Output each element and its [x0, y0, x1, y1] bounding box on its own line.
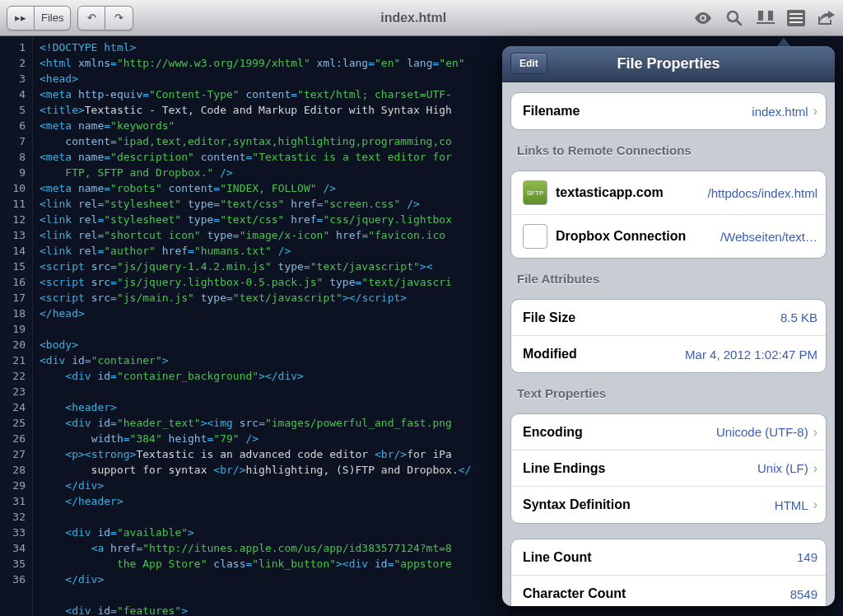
- char-count-row: Character Count 8549: [511, 576, 826, 606]
- svg-rect-4: [768, 11, 773, 21]
- svg-rect-8: [789, 21, 803, 23]
- preview-icon[interactable]: [693, 8, 713, 28]
- redo-icon[interactable]: ↷: [105, 6, 133, 30]
- chevron-right-icon: ›: [813, 104, 817, 119]
- chevron-right-icon: ›: [813, 497, 817, 512]
- files-button[interactable]: Files: [35, 6, 71, 30]
- remote-link-label: Dropbox Connection: [556, 229, 686, 244]
- properties-icon[interactable]: [787, 10, 805, 26]
- line-count-row: Line Count 149: [511, 539, 826, 576]
- remote-link-value: /httpdocs/index.html: [708, 186, 817, 200]
- attrs-section-header: File Attributes: [502, 259, 835, 291]
- remote-link-dropbox[interactable]: ◆ Dropbox Connection /Webseiten/text…: [511, 215, 826, 258]
- chevron-right-icon: ›: [813, 461, 817, 476]
- line-endings-row[interactable]: Line Endings Unix (LF) ›: [511, 450, 826, 487]
- encoding-row[interactable]: Encoding Unicode (UTF-8) ›: [511, 414, 826, 450]
- undo-redo-segment: ↶ ↷: [77, 6, 133, 30]
- panel-title: File Properties: [617, 55, 720, 72]
- svg-rect-7: [789, 17, 803, 19]
- remote-link-label: textasticapp.com: [556, 185, 664, 200]
- remote-link-value: /Webseiten/text…: [720, 230, 817, 244]
- filename-value: index.html: [752, 105, 808, 119]
- forward-icon[interactable]: ▸▸: [7, 6, 35, 30]
- file-properties-panel: Edit File Properties Filename index.html…: [502, 46, 835, 606]
- svg-line-2: [737, 21, 741, 25]
- document-title: index.html: [140, 11, 687, 26]
- nav-segment: ▸▸ Files: [7, 6, 71, 30]
- file-size-row: File Size 8.5 KB: [511, 300, 826, 336]
- sftp-icon: SFTP: [523, 180, 547, 205]
- panel-header: Edit File Properties: [502, 46, 835, 82]
- code-content[interactable]: <!DOCTYPE html><html xmlns="http://www.w…: [33, 36, 471, 616]
- modified-row: Modified Mar 4, 2012 1:02:47 PM: [511, 336, 826, 372]
- svg-point-0: [701, 16, 705, 20]
- svg-rect-6: [789, 13, 803, 15]
- remote-link-sftp[interactable]: SFTP textasticapp.com /httpdocs/index.ht…: [511, 171, 826, 215]
- search-icon[interactable]: [724, 8, 744, 28]
- line-gutter: 1234567891011121314151617181920212223242…: [0, 36, 33, 616]
- filename-row[interactable]: Filename index.html ›: [511, 93, 826, 129]
- chevron-right-icon: ›: [813, 425, 817, 440]
- syntax-definition-row[interactable]: Syntax Definition HTML ›: [511, 487, 826, 523]
- undo-icon[interactable]: ↶: [77, 6, 105, 30]
- links-section-header: Links to Remote Connections: [502, 130, 835, 162]
- toolbar: ▸▸ Files ↶ ↷ index.html: [0, 0, 843, 36]
- edit-button[interactable]: Edit: [510, 53, 547, 74]
- textprops-section-header: Text Properties: [502, 373, 835, 405]
- svg-rect-3: [758, 11, 763, 21]
- filename-label: Filename: [523, 104, 580, 119]
- share-icon[interactable]: [817, 8, 836, 28]
- dropbox-icon: ◆: [523, 224, 547, 249]
- cursor-nav-icon[interactable]: [756, 8, 775, 28]
- svg-rect-5: [757, 22, 775, 24]
